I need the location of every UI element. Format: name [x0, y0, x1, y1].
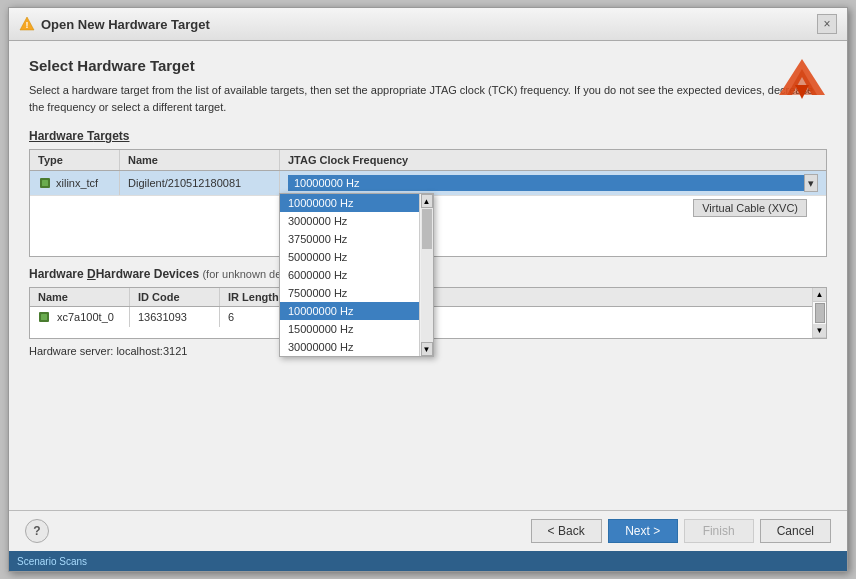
title-bar: ! Open New Hardware Target × — [9, 8, 847, 41]
jtag-freq-dropdown[interactable]: 10000000 Hz — [288, 175, 804, 191]
devices-scrollbar: ▲ ▼ — [812, 288, 826, 338]
dropdown-item-4[interactable]: 6000000 Hz — [280, 266, 433, 284]
devices-scroll-up[interactable]: ▲ — [813, 288, 826, 302]
dialog-footer: ? < Back Next > Finish Cancel — [9, 510, 847, 551]
back-button[interactable]: < Back — [531, 519, 602, 543]
title-icon: ! — [19, 16, 35, 32]
bottom-bar-text: Scenario Scans — [17, 556, 87, 567]
svg-text:!: ! — [26, 20, 29, 30]
dropdown-item-5[interactable]: 7500000 Hz — [280, 284, 433, 302]
jtag-dropdown-arrow[interactable]: ▾ — [804, 174, 818, 192]
jtag-freq-dropdown-list[interactable]: 10000000 Hz 3000000 Hz 3750000 Hz 500000… — [279, 193, 434, 357]
section-description: Select a hardware target from the list o… — [29, 82, 827, 115]
dropdown-item-8[interactable]: 30000000 Hz — [280, 338, 433, 356]
dropdown-item-1[interactable]: 3000000 Hz — [280, 212, 433, 230]
target-name: Digilent/210512180081 — [120, 171, 280, 195]
col-jtag: JTAG Clock Frequency — [280, 150, 826, 170]
svg-rect-8 — [41, 314, 47, 320]
devices-scroll-down[interactable]: ▼ — [813, 324, 826, 338]
target-type: xilinx_tcf — [30, 171, 120, 195]
dcol-id: ID Code — [130, 288, 220, 306]
section-title: Select Hardware Target — [29, 57, 827, 74]
scroll-track — [421, 208, 433, 342]
close-button[interactable]: × — [817, 14, 837, 34]
logo — [777, 57, 827, 110]
dropdown-item-0[interactable]: 10000000 Hz — [280, 194, 433, 212]
hw-targets-label: Hardware Targets — [29, 129, 827, 143]
help-button[interactable]: ? — [25, 519, 49, 543]
dropdown-item-3[interactable]: 5000000 Hz — [280, 248, 433, 266]
col-name: Name — [120, 150, 280, 170]
devices-scroll-track — [813, 302, 826, 324]
hw-targets-header: Type Name JTAG Clock Frequency — [30, 150, 826, 171]
scroll-up-btn[interactable]: ▲ — [421, 194, 433, 208]
virtual-cable-badge: Virtual Cable (XVC) — [693, 199, 807, 217]
scroll-down-btn[interactable]: ▼ — [421, 342, 433, 356]
scroll-thumb — [422, 209, 432, 249]
dropdown-item-7[interactable]: 15000000 Hz — [280, 320, 433, 338]
target-jtag[interactable]: 10000000 Hz ▾ — [280, 171, 826, 195]
bottom-bar: Scenario Scans — [9, 551, 847, 571]
device-name: xc7a100t_0 — [30, 307, 130, 327]
dropdown-item-2[interactable]: 3750000 Hz — [280, 230, 433, 248]
dialog-title: Open New Hardware Target — [41, 17, 210, 32]
cancel-button[interactable]: Cancel — [760, 519, 831, 543]
svg-rect-6 — [42, 180, 48, 186]
next-button[interactable]: Next > — [608, 519, 678, 543]
col-type: Type — [30, 150, 120, 170]
dropdown-scrollbar: ▲ ▼ — [419, 194, 433, 356]
chip-icon — [38, 176, 52, 190]
device-id-code: 13631093 — [130, 307, 220, 327]
device-chip-icon — [38, 311, 50, 323]
dcol-name: Name — [30, 288, 130, 306]
finish-button: Finish — [684, 519, 754, 543]
devices-scroll-thumb — [815, 303, 825, 323]
dropdown-item-6[interactable]: 10000000 Hz — [280, 302, 433, 320]
